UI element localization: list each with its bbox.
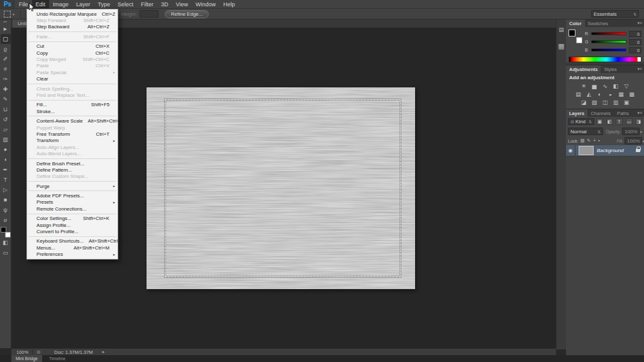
color-tab-swatches[interactable]: Swatches [585,19,612,27]
quick-mask-icon[interactable]: ◧ [1,238,11,248]
edit-menu-item-purge[interactable]: Purge► [27,183,118,189]
edit-menu-item-clear[interactable]: Clear [27,76,118,82]
edit-menu-item-free-transform[interactable]: Free TransformCtrl+T [27,131,118,137]
filter-type-layers-icon[interactable]: T [616,118,623,125]
edit-menu-item-adobe-pdf-presets[interactable]: Adobe PDF Presets... [27,192,118,199]
visibility-eye-icon[interactable]: ◉ [566,145,575,156]
channel-value-field[interactable]: 0 [629,39,641,45]
brightness-contrast-icon[interactable]: ☀ [579,82,589,90]
edit-menu-item-copy-merged[interactable]: Copy MergedShift+Ctrl+C [27,56,118,62]
foreground-color-swatch[interactable] [569,30,575,36]
layers-tab-layers[interactable]: Layers [566,109,587,117]
tool-preset-marquee-icon[interactable] [4,11,11,18]
channel-value-field[interactable]: 0 [629,47,641,53]
edit-menu-item-find-and-replace-text[interactable]: Find and Replace Text... [27,92,118,98]
properties-panel-icon[interactable]: ▦ [558,40,565,52]
edit-menu-item-fill[interactable]: Fill...Shift+F5 [27,102,118,108]
menu-help[interactable]: Help [219,0,239,8]
crop-tool[interactable]: # [1,64,11,74]
edit-menu-item-remote-connections[interactable]: Remote Connections... [27,206,118,212]
selection-marquee[interactable] [165,99,401,277]
hue-saturation-icon[interactable]: ▤ [573,90,584,98]
tab-timeline[interactable]: Timeline [45,355,70,362]
clone-stamp-tool[interactable]: ⊔ [1,104,11,114]
filter-smart-objects-icon[interactable]: ◨ [635,118,642,125]
edit-menu-item-assign-profile[interactable]: Assign Profile... [27,222,118,228]
color-balance-icon[interactable]: ◭ [584,90,594,98]
channel-mixer-icon[interactable]: ▦ [616,90,626,98]
menu-view[interactable]: View [172,0,192,8]
panel-menu-icon[interactable]: ▾≡ [637,109,644,117]
spot-healing-brush-tool[interactable]: ✚ [1,84,11,94]
foreground-color-swatch[interactable] [1,227,6,233]
quick-selection-tool[interactable]: ✐ [1,54,11,64]
height-field[interactable] [140,10,158,18]
foreground-background-swatches[interactable] [569,30,582,43]
zoom-tool[interactable]: ⌀ [1,215,11,225]
status-flyout-arrow-icon[interactable]: ► [102,350,106,354]
levels-icon[interactable]: ▅ [589,82,600,90]
panel-menu-icon[interactable]: ▾≡ [637,19,644,27]
edit-menu-item-check-spelling[interactable]: Check Spelling... [27,85,118,92]
edit-menu-item-color-settings[interactable]: Color Settings...Shift+Ctrl+K [27,216,118,222]
color-tab-color[interactable]: Color [566,19,585,27]
pen-tool[interactable]: ✒ [1,165,11,175]
edit-menu-item-presets[interactable]: Presets► [27,199,118,206]
edit-menu-item-stroke[interactable]: Stroke... [27,108,118,114]
channel-slider[interactable] [591,40,626,43]
menu-select[interactable]: Select [114,0,137,8]
tool-preset-dropdown-arrow-icon[interactable]: ▾ [13,12,14,16]
lock-position-icon[interactable]: + [593,138,596,143]
zoom-level-field[interactable]: 100% [16,349,28,355]
edit-menu-item-content-aware-scale[interactable]: Content-Aware ScaleAlt+Shift+Ctrl+C [27,118,118,124]
hand-tool[interactable]: ψ [1,205,11,215]
menu-filter[interactable]: Filter [137,0,157,8]
edit-menu-item-step-forward[interactable]: Step ForwardShift+Ctrl+Z [27,17,118,23]
black-white-icon[interactable]: ◐ [594,90,605,98]
type-tool[interactable]: T [1,175,11,185]
edit-menu-item-menus[interactable]: Menus...Alt+Shift+Ctrl+M [27,244,118,251]
edit-menu-item-cut[interactable]: CutCtrl+X [27,43,118,50]
filter-pixel-layers-icon[interactable]: ▣ [596,118,603,125]
rectangle-tool[interactable]: ■ [1,195,11,205]
foreground-background-swatches[interactable] [1,227,11,238]
adjustments-tab-adjustments[interactable]: Adjustments [566,65,601,73]
panel-grip-icon[interactable]: ▸▸ [4,19,7,24]
lock-pixels-icon[interactable]: ✎ [587,138,591,143]
opacity-field[interactable]: 100% ▾ [622,128,640,135]
curves-icon[interactable]: ∿ [600,82,611,90]
background-color-swatch[interactable] [576,37,582,43]
menu-image[interactable]: Image [49,0,72,8]
layer-thumbnail[interactable] [579,146,594,155]
menu-3d[interactable]: 3D [157,0,172,8]
history-panel-icon[interactable]: ▤ [558,26,565,33]
edit-menu-item-copy[interactable]: CopyCtrl+C [27,50,118,56]
screen-mode-icon[interactable]: ▭ [1,248,11,258]
eraser-tool[interactable]: ▱ [1,124,11,134]
move-tool[interactable]: ► [1,24,11,34]
fill-field[interactable]: 100% ▾ [625,137,642,145]
edit-menu-item-define-custom-shape[interactable]: Define Custom Shape... [27,173,118,180]
blend-mode-dropdown[interactable]: Normal ⇅ [568,128,603,135]
photo-filter-icon[interactable]: ◒ [605,90,616,98]
eyedropper-tool[interactable]: ✑ [1,74,11,84]
history-brush-tool[interactable]: ↺ [1,114,11,124]
filter-adjustment-layers-icon[interactable]: ◧ [606,118,613,125]
edit-menu-item-paste[interactable]: PasteCtrl+V [27,63,118,69]
invert-icon[interactable]: ◪ [579,98,589,106]
layers-tab-channels[interactable]: Channels [587,109,614,117]
edit-menu-item-fade[interactable]: Fade...Shift+Ctrl+F [27,33,118,40]
menu-window[interactable]: Window [192,0,219,8]
vibrance-icon[interactable]: ▽ [621,82,632,90]
edit-menu-item-define-pattern[interactable]: Define Pattern... [27,167,118,173]
tab-mini-bridge[interactable]: Mini Bridge [11,355,42,362]
dodge-tool[interactable]: ◖ [1,155,11,165]
menu-type[interactable]: Type [94,0,114,8]
blur-tool[interactable]: ● [1,145,11,155]
channel-slider[interactable] [591,32,626,35]
brush-tool[interactable]: ✎ [1,94,11,104]
edit-menu-item-undo-rectangular-marquee[interactable]: Undo Rectangular MarqueeCtrl+Z [27,11,118,17]
filter-shape-layers-icon[interactable]: ▭ [626,118,633,125]
photoshop-logo[interactable]: Ps [0,0,15,8]
adjustments-tab-styles[interactable]: Styles [601,65,619,73]
